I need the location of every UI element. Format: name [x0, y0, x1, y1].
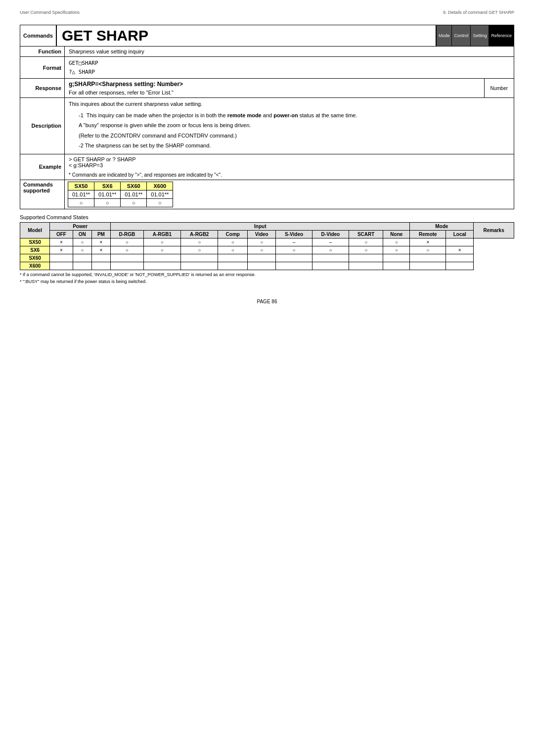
scs-x600-video [247, 262, 275, 270]
response-text-cell: g;SHARP=<Sharpness setting: Number> For … [65, 79, 484, 97]
scs-x600-comp [218, 262, 248, 270]
commands-supported-label: Commands [23, 182, 61, 188]
scs-row-sx50: SX50 × ○ × ○ ○ ○ ○ ○ – – ○ ○ × [20, 238, 514, 246]
scs-sx6-none: ○ [383, 246, 410, 254]
model-sx60: SX60 [121, 182, 147, 190]
scs-model-x600: X600 [20, 262, 50, 270]
scs-sx50-on: ○ [73, 238, 91, 246]
scs-sx50-pm: × [91, 238, 110, 246]
version-x600: 01.01** [147, 190, 173, 198]
scs-sx50-scart: ○ [349, 238, 383, 246]
scs-h-remote: Remote [410, 230, 446, 238]
scs-table: Model Power Input Mode Remarks OFF ON PM… [20, 222, 514, 270]
scs-sx6-svideo: ○ [276, 246, 312, 254]
example-content: > GET SHARP or ? SHARP < g:SHARP=3 * Com… [65, 154, 514, 180]
scs-sx6-video: ○ [247, 246, 275, 254]
desc-item-2: A "busy" response is given while the zoo… [79, 121, 510, 130]
header-left: User Command Specifications [20, 10, 80, 15]
scs-sx50-drgb: ○ [111, 238, 144, 246]
scs-x600-argb2 [181, 262, 218, 270]
command-title: GET SHARP [57, 25, 436, 46]
scs-model-sx6: SX6 [20, 246, 50, 254]
description-label: Description [20, 98, 65, 154]
circle-sx60: ○ [121, 198, 147, 207]
footnote-2: * ":BUSY" may be returned if the power s… [20, 279, 514, 284]
scs-h-svideo: S-Video [276, 230, 312, 238]
commands-supported-content: SX50 SX6 SX60 X600 01.01** 01.01** 01.01… [65, 180, 514, 209]
version-sx6: 01.01** [94, 190, 121, 198]
scs-sx60-none [383, 254, 410, 262]
description-content: This inquires about the current sharpnes… [65, 98, 514, 154]
desc-item-4: -2 The sharpness can be set by the SHARP… [79, 142, 510, 150]
scs-sx50-svideo: – [276, 238, 312, 246]
scs-sx60-argb1 [143, 254, 180, 262]
format-content: GET□SHARP ?△ SHARP [65, 57, 514, 79]
version-sx50: 01.01** [68, 190, 94, 198]
commands-supported-labels: Commands supported [20, 180, 65, 209]
scs-sx50-off: × [50, 238, 73, 246]
scs-sx6-pm: × [91, 246, 110, 254]
scs-x600-argb1 [143, 262, 180, 270]
main-command-table: Commands GET SHARP Mode Control Setting … [20, 25, 514, 209]
scs-sx6-comp: ○ [218, 246, 248, 254]
page-header: User Command Specifications 9. Details o… [20, 10, 514, 15]
scs-row-sx60: SX60 [20, 254, 514, 262]
scs-sx60-scart [349, 254, 383, 262]
scs-x600-pm [91, 262, 110, 270]
scs-sx6-on: ○ [73, 246, 91, 254]
example-label: Example [20, 154, 65, 180]
scs-sx6-off: × [50, 246, 73, 254]
scs-h-video: Video [247, 230, 275, 238]
scs-header-row1: Model Power Input Mode Remarks [20, 222, 514, 230]
response-row: Response g;SHARP=<Sharpness setting: Num… [20, 79, 514, 98]
description-items: -1 This inquiry can be made when the pro… [69, 111, 510, 150]
model-x600: X600 [147, 182, 173, 190]
circle-sx6: ○ [94, 198, 121, 207]
scs-header-row2: OFF ON PM D-RGB A-RGB1 A-RGB2 Comp Video… [20, 230, 514, 238]
title-inner: Commands GET SHARP Mode Control Setting … [20, 25, 514, 46]
cmd-model-row-circles: ○ ○ ○ ○ [68, 198, 173, 207]
scs-sx50-local [446, 238, 474, 246]
scs-col-remarks: Remarks [474, 222, 514, 238]
scs-x600-none [383, 262, 410, 270]
scs-h-argb1: A-RGB1 [143, 230, 180, 238]
version-sx60: 01.01** [121, 190, 147, 198]
response-inner-row: g;SHARP=<Sharpness setting: Number> For … [65, 79, 514, 97]
scs-h-off: OFF [50, 230, 73, 238]
scs-x600-local [446, 262, 474, 270]
scs-h-comp: Comp [218, 230, 248, 238]
scs-sx6-scart: ○ [349, 246, 383, 254]
description-main: This inquires about the current sharpnes… [69, 100, 510, 108]
example-footnote: * Commands are indicated by ">", and res… [69, 172, 510, 178]
scs-sx50-none: ○ [383, 238, 410, 246]
scs-h-argb2: A-RGB2 [181, 230, 218, 238]
response-bold-text: g;SHARP=<Sharpness setting: Number> [69, 81, 480, 88]
format-line-2: ?△ SHARP [69, 68, 510, 77]
scs-sx6-remote: ○ [410, 246, 446, 254]
supported-sub-label: supported [23, 188, 61, 193]
scs-sx50-argb2: ○ [181, 238, 218, 246]
scs-sx60-on [73, 254, 91, 262]
scs-h-on: ON [73, 230, 91, 238]
scs-sx6-argb2: ○ [181, 246, 218, 254]
page-number: PAGE 86 [20, 299, 514, 304]
response-extra-text: For all other responses, refer to "Error… [69, 90, 480, 95]
tab-control: Control [451, 25, 470, 46]
format-line-1: GET□SHARP [69, 59, 510, 68]
response-inner-table: g;SHARP=<Sharpness setting: Number> For … [65, 79, 514, 97]
scs-sx50-remote: × [410, 238, 446, 246]
scs-sx60-drgb [111, 254, 144, 262]
scs-sx60-dvideo [312, 254, 349, 262]
scs-sx60-argb2 [181, 254, 218, 262]
scs-x600-dvideo [312, 262, 349, 270]
scs-h-none: None [383, 230, 410, 238]
format-label: Format [20, 57, 65, 79]
header-right: 9. Details of command GET SHARP [443, 10, 514, 15]
function-row: Function Sharpness value setting inquiry [20, 47, 514, 57]
function-content: Sharpness value setting inquiry [65, 47, 514, 57]
mode-tabs: Mode Control Setting Reference [436, 25, 514, 46]
response-label: Response [20, 79, 65, 98]
scs-col-mode: Mode [410, 222, 474, 230]
scs-sx60-off [50, 254, 73, 262]
footnote-1: * If a command cannot be supported, 'INV… [20, 272, 514, 277]
